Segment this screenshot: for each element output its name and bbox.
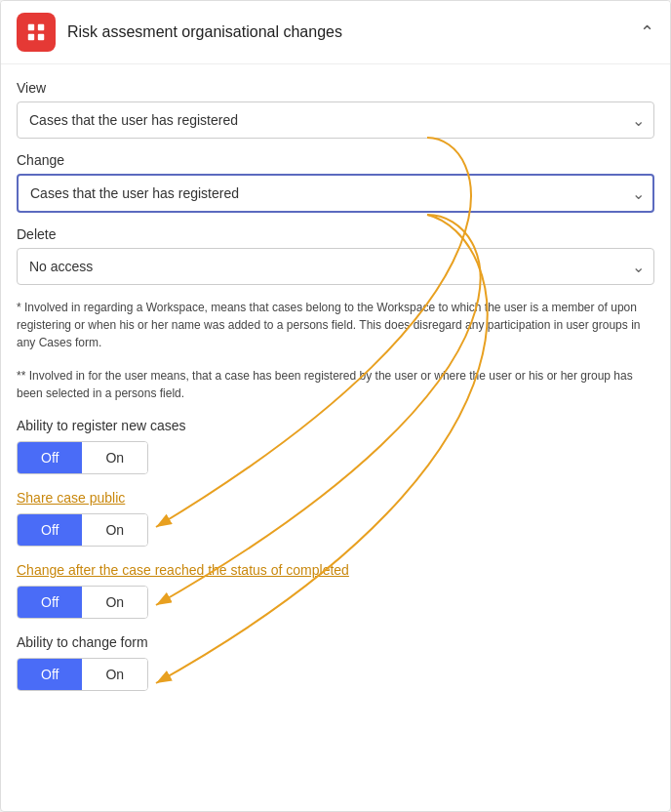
- toggle-group-1: OffOn: [17, 513, 148, 547]
- grid-icon: [25, 21, 47, 43]
- main-container: Risk assesment organisational changes ⌃ …: [0, 0, 671, 812]
- delete-label: Delete: [17, 226, 654, 242]
- change-label: Change: [17, 152, 654, 168]
- toggle-section-0: Ability to register new casesOffOn: [17, 418, 654, 474]
- header: Risk assesment organisational changes ⌃: [1, 1, 670, 64]
- info-text-2: ** Involved in for the user means, that …: [17, 367, 654, 402]
- toggle-group-0: OffOn: [17, 441, 148, 474]
- content-area: View Cases that the user has registeredA…: [1, 64, 670, 730]
- delete-select-wrapper: No accessCases that the user has registe…: [17, 248, 654, 285]
- delete-select[interactable]: No accessCases that the user has registe…: [17, 248, 654, 285]
- svg-rect-2: [28, 34, 34, 40]
- toggle-label-1[interactable]: Share case public: [17, 490, 654, 506]
- toggle-off-btn-1[interactable]: Off: [18, 514, 82, 546]
- toggle-on-btn-0[interactable]: On: [82, 442, 147, 473]
- toggle-section-3: Ability to change formOffOn: [17, 634, 654, 691]
- change-field-group: Change Cases that the user has registere…: [17, 152, 654, 213]
- toggle-group-3: OffOn: [17, 658, 148, 691]
- delete-field-group: Delete No accessCases that the user has …: [17, 226, 654, 285]
- toggle-off-btn-3[interactable]: Off: [18, 659, 82, 690]
- toggle-off-btn-2[interactable]: Off: [18, 587, 82, 618]
- app-icon: [17, 13, 56, 52]
- svg-rect-1: [38, 24, 44, 30]
- toggle-off-btn-0[interactable]: Off: [18, 442, 82, 473]
- change-select-wrapper: Cases that the user has registeredAll ca…: [17, 174, 654, 213]
- toggle-group-2: OffOn: [17, 586, 148, 619]
- toggle-label-2[interactable]: Change after the case reached the status…: [17, 562, 654, 578]
- page-title: Risk assesment organisational changes: [67, 23, 342, 41]
- toggle-section-1: Share case publicOffOn: [17, 490, 654, 547]
- chevron-up-icon[interactable]: ⌃: [640, 21, 654, 43]
- toggle-sections: Ability to register new casesOffOnShare …: [17, 418, 654, 691]
- toggle-on-btn-3[interactable]: On: [82, 659, 147, 690]
- toggle-label-0: Ability to register new cases: [17, 418, 654, 433]
- change-select[interactable]: Cases that the user has registeredAll ca…: [17, 174, 654, 213]
- svg-rect-3: [38, 34, 44, 40]
- svg-rect-0: [28, 24, 34, 30]
- toggle-on-btn-2[interactable]: On: [82, 587, 147, 618]
- info-text-1: * Involved in regarding a Workspace, mea…: [17, 299, 654, 351]
- view-select[interactable]: Cases that the user has registeredAll ca…: [17, 102, 654, 139]
- toggle-on-btn-1[interactable]: On: [82, 514, 147, 546]
- view-label: View: [17, 80, 654, 96]
- view-select-wrapper: Cases that the user has registeredAll ca…: [17, 102, 654, 139]
- toggle-label-3: Ability to change form: [17, 634, 654, 650]
- view-field-group: View Cases that the user has registeredA…: [17, 80, 654, 139]
- toggle-section-2: Change after the case reached the status…: [17, 562, 654, 619]
- header-left: Risk assesment organisational changes: [17, 13, 342, 52]
